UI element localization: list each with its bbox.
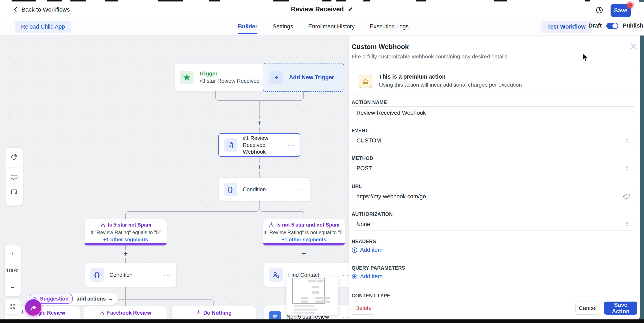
- toolbar-divider: [8, 167, 20, 167]
- branch-condition: If "Review Rating" equals to "5": [84, 230, 166, 235]
- ai-assistant-button[interactable]: [25, 299, 42, 316]
- branch-title: Is 5 star not Spam: [108, 222, 152, 228]
- add-actions-link[interactable]: add actions →: [76, 296, 113, 302]
- reload-child-app-button[interactable]: Reload Child App: [15, 21, 71, 32]
- chevron-left-icon: [13, 6, 18, 13]
- event-select[interactable]: CUSTOM: [352, 134, 635, 147]
- branch-split-icon: [100, 222, 106, 228]
- add-new-trigger-button[interactable]: + Add New Trigger: [263, 63, 344, 92]
- action-name-input[interactable]: [352, 106, 635, 119]
- back-to-workflows-button[interactable]: Back to Workflows: [13, 6, 70, 13]
- workflow-builder-screen: Back to Workflows Review Received Save R…: [0, 0, 644, 323]
- condition-node-title: Condition: [109, 272, 132, 279]
- branch-card-is-not-5-star[interactable]: Is not 5 star and not Spam If "Review Ra…: [263, 219, 345, 246]
- zoom-level: 100%: [5, 262, 20, 279]
- branch-split-icon: [268, 222, 274, 228]
- panel-title: Custom Webhook: [352, 43, 409, 51]
- query-add-item-button[interactable]: Add item: [352, 273, 382, 280]
- premium-action-banner: This is a premium action Using this acti…: [352, 68, 635, 95]
- add-step-button[interactable]: +: [255, 119, 264, 127]
- publish-toggle-group: Draft Publish: [588, 22, 643, 29]
- method-label: METHOD: [352, 156, 373, 161]
- draft-publish-toggle[interactable]: [606, 23, 618, 29]
- method-value: POST: [356, 165, 372, 172]
- trigger-node[interactable]: Trigger >3 star Review Received: [174, 64, 268, 91]
- expand-icon: [10, 303, 16, 310]
- authorization-select[interactable]: None: [352, 218, 635, 231]
- tab-builder[interactable]: Builder: [238, 18, 258, 35]
- branch-split-icon: [20, 310, 25, 316]
- edit-pencil-icon[interactable]: [348, 6, 353, 12]
- chevron-updown-icon: [624, 138, 630, 144]
- notes-icon[interactable]: [10, 188, 18, 196]
- delete-action-button[interactable]: Delete: [352, 302, 375, 315]
- tab-enrollment-history[interactable]: Enrollment History: [308, 18, 355, 35]
- sparkles-icon: [29, 303, 38, 312]
- history-clock-icon[interactable]: [595, 5, 604, 15]
- crown-icon: [359, 75, 372, 88]
- event-value: CUSTOM: [356, 137, 381, 144]
- method-select[interactable]: POST: [352, 162, 635, 175]
- braces-icon: {}: [90, 268, 104, 282]
- drag-preview-overlay: [286, 277, 338, 315]
- letterbox-bar: [0, 320, 644, 323]
- panel-footer: Delete Cancel Save Action: [349, 297, 640, 320]
- chevron-updown-icon: [624, 221, 630, 227]
- branch-split-icon: [196, 310, 201, 316]
- canvas-side-toolbar: [6, 148, 23, 206]
- circle-plus-icon: [352, 274, 358, 280]
- comments-icon[interactable]: [10, 173, 18, 182]
- chevron-updown-icon: [624, 165, 630, 171]
- panel-subtitle: Fire a fully customizable webhook contai…: [352, 53, 507, 60]
- node-menu-button[interactable]: ···: [340, 313, 350, 320]
- tag-icon[interactable]: [622, 193, 630, 201]
- builder-toolbar: Reload Child App Builder Settings Enroll…: [0, 18, 644, 35]
- authorization-label: AUTHORIZATION: [352, 211, 393, 217]
- add-step-button[interactable]: +: [255, 163, 264, 171]
- condition-node[interactable]: {} Condition ···: [219, 178, 310, 201]
- zoom-out-button[interactable]: −: [5, 279, 20, 296]
- webhook-file-icon: [224, 138, 237, 152]
- suggestion-label: Suggestion: [40, 296, 68, 302]
- authorization-value: None: [356, 221, 370, 228]
- add-step-button[interactable]: +: [300, 250, 308, 258]
- add-step-button[interactable]: +: [121, 250, 130, 258]
- branch-title: Do Nothing: [204, 310, 232, 316]
- branch-more-segments[interactable]: +1 other segments: [263, 237, 345, 243]
- condition-node-title: Condition: [243, 186, 266, 193]
- node-menu-button[interactable]: ···: [340, 271, 350, 279]
- node-menu-button[interactable]: ···: [161, 271, 171, 279]
- branch-card-is-5-star[interactable]: Is 5 star not Spam If "Review Rating" eq…: [84, 219, 166, 246]
- branch-title: Facebook Review: [107, 310, 151, 316]
- branch-more-segments[interactable]: +1 other segments: [84, 237, 166, 243]
- premium-title: This is a premium action: [379, 73, 446, 80]
- fit-to-screen-button[interactable]: [5, 299, 20, 314]
- save-action-button[interactable]: Save Action: [604, 302, 637, 315]
- branch-condition: If "Review Rating" is not equal to "5": [263, 230, 345, 235]
- url-input[interactable]: [352, 190, 635, 203]
- plus-icon: +: [270, 71, 283, 84]
- stats-pie-icon[interactable]: [10, 153, 18, 161]
- screen-edge-strip: [639, 0, 644, 323]
- person-search-icon: [269, 268, 283, 282]
- top-header-bar: Back to Workflows Review Received Save: [0, 2, 644, 18]
- back-label: Back to Workflows: [22, 6, 70, 13]
- webhook-action-node[interactable]: #1 Review Received Webhook ···: [218, 133, 300, 157]
- branch-title: Is not 5 star and not Spam: [276, 222, 340, 228]
- test-workflow-button[interactable]: Test Workflow: [541, 20, 592, 33]
- condition-node-2[interactable]: {} Condition ···: [86, 263, 176, 287]
- toggle-knob: [612, 23, 618, 28]
- tab-settings[interactable]: Settings: [272, 18, 293, 35]
- url-label: URL: [352, 184, 362, 189]
- action-settings-panel: Custom Webhook Fire a fully customizable…: [349, 35, 640, 320]
- close-panel-button[interactable]: [630, 43, 636, 50]
- headers-add-item-button[interactable]: Add item: [352, 247, 382, 253]
- cancel-button[interactable]: Cancel: [576, 302, 600, 315]
- event-label: EVENT: [352, 128, 368, 133]
- headers-label: HEADERS: [352, 239, 376, 244]
- zoom-in-button[interactable]: +: [5, 246, 20, 262]
- node-menu-button[interactable]: ···: [285, 141, 295, 149]
- tab-execution-logs[interactable]: Execution Logs: [370, 18, 409, 35]
- node-menu-button[interactable]: ···: [295, 186, 306, 193]
- branch-split-icon: [100, 310, 105, 316]
